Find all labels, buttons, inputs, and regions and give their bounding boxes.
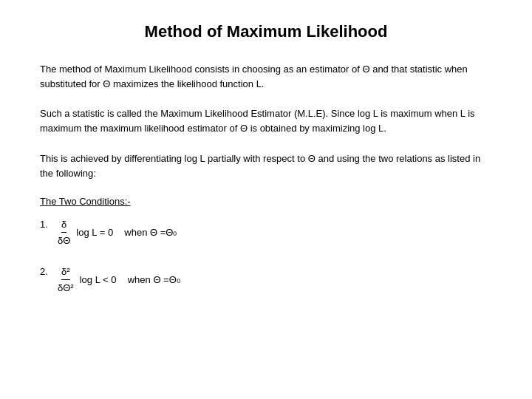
fraction-num-1: δ <box>61 217 66 233</box>
page-title: Method of Maximum Likelihood <box>40 22 492 41</box>
condition-when-2: when Θ =Θ₀ <box>128 273 180 287</box>
condition-row-2: δ² δΘ² log L < 0 when Θ =Θ₀ <box>58 265 180 296</box>
condition-when-1: when Θ =Θ₀ <box>124 225 177 240</box>
condition-row-1: δ δΘ log L = 0 when Θ =Θ₀ <box>58 217 177 248</box>
condition-item-1: 1. δ δΘ log L = 0 when Θ =Θ₀ <box>40 217 492 248</box>
fraction-den-2: δΘ² <box>58 280 74 296</box>
fraction-2: δ² δΘ² <box>58 265 74 296</box>
fraction-num-2: δ² <box>61 265 70 281</box>
condition-expression-2: log L < 0 <box>80 273 117 287</box>
fraction-1: δ δΘ <box>58 217 70 248</box>
paragraph-3: This is achieved by differentiating log … <box>40 151 492 181</box>
condition-number-1: 1. <box>40 217 58 230</box>
condition-number-2: 2. <box>40 265 58 277</box>
condition-item-2: 2. δ² δΘ² log L < 0 when Θ =Θ₀ <box>40 265 492 296</box>
condition-content-2: δ² δΘ² log L < 0 when Θ =Θ₀ <box>58 265 180 296</box>
paragraph-1: The method of Maximum Likelihood consist… <box>40 62 492 92</box>
conditions-list: 1. δ δΘ log L = 0 when Θ =Θ₀ 2. δ <box>40 217 492 296</box>
page: Method of Maximum Likelihood The method … <box>0 0 532 399</box>
paragraph-2: Such a statistic is called the Maximum L… <box>40 106 492 136</box>
condition-expression-1: log L = 0 <box>76 225 113 240</box>
fraction-den-1: δΘ <box>58 233 70 248</box>
section-label: The Two Conditions:- <box>40 196 492 207</box>
condition-content-1: δ δΘ log L = 0 when Θ =Θ₀ <box>58 217 177 248</box>
